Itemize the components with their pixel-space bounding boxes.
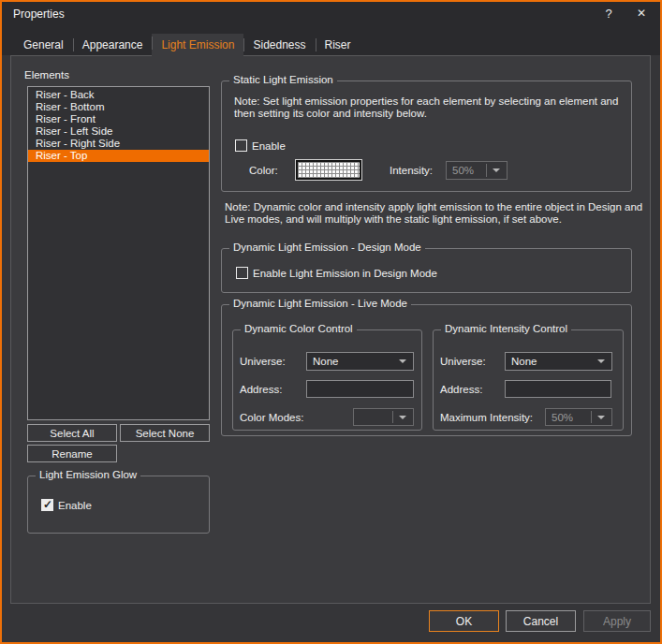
elements-listbox[interactable]: Riser - Back Riser - Bottom Riser - Fron… (27, 86, 210, 420)
list-item[interactable]: Riser - Front (28, 113, 209, 125)
tab-appearance[interactable]: Appearance (73, 36, 153, 55)
design-enable-label: Enable Light Emission in Design Mode (253, 268, 437, 279)
intensity-universe-dropdown[interactable]: None (505, 352, 612, 371)
intensity-dropdown: 50% (446, 161, 508, 180)
color-swatch-button[interactable] (296, 160, 361, 180)
universe-label: Universe: (440, 356, 486, 367)
select-none-button[interactable]: Select None (120, 424, 210, 442)
glow-groupbox: Light Emission Glow Enable (27, 476, 210, 534)
intensity-label: Intensity: (390, 165, 433, 176)
list-item[interactable]: Riser - Bottom (28, 101, 209, 113)
list-item[interactable]: Riser - Right Side (28, 138, 209, 150)
intensity-address-input[interactable] (505, 380, 611, 398)
properties-dialog: Properties ? ✕ General Appearance Light … (0, 0, 662, 644)
color-control-title: Dynamic Color Control (241, 323, 357, 334)
intensity-control-groupbox: Dynamic Intensity Control Universe: None… (433, 329, 624, 431)
static-light-emission-groupbox: Static Light Emission Note: Set light em… (221, 80, 632, 192)
select-all-button[interactable]: Select All (27, 424, 117, 442)
tab-light-emission[interactable]: Light Emission (152, 34, 243, 56)
max-intensity-dropdown: 50% (545, 408, 612, 426)
list-item[interactable]: Riser - Left Side (28, 125, 209, 138)
address-label: Address: (240, 384, 282, 395)
max-intensity-label: Maximum Intensity: (440, 412, 533, 423)
chevron-down-icon (399, 359, 406, 363)
help-icon[interactable]: ? (601, 2, 616, 26)
light-emission-tab-page: Elements Riser - Back Riser - Bottom Ris… (10, 55, 651, 604)
intensity-universe-value: None (511, 353, 537, 370)
titlebar[interactable]: Properties ? ✕ (2, 2, 660, 26)
rename-button[interactable]: Rename (27, 445, 117, 462)
live-group-title: Dynamic Light Emission - Live Mode (229, 298, 411, 309)
universe-label: Universe: (240, 356, 286, 367)
ok-button[interactable]: OK (429, 610, 499, 632)
static-group-title: Static Light Emission (229, 74, 337, 85)
window-title: Properties (13, 2, 65, 26)
chevron-down-icon (399, 416, 406, 419)
static-enable-label: Enable (252, 140, 286, 152)
glow-group-title: Light Emission Glow (36, 469, 140, 480)
color-universe-dropdown[interactable]: None (306, 352, 414, 371)
static-enable-checkbox[interactable] (235, 139, 247, 152)
intensity-value: 50% (452, 162, 474, 179)
address-label: Address: (440, 384, 482, 395)
tab-riser[interactable]: Riser (316, 36, 360, 55)
glow-enable-checkbox[interactable] (41, 499, 53, 511)
apply-button: Apply (583, 610, 651, 632)
tab-sidedness[interactable]: Sidedness (243, 36, 315, 55)
intensity-control-title: Dynamic Intensity Control (441, 323, 571, 334)
elements-label: Elements (24, 69, 69, 80)
tab-general[interactable]: General (14, 36, 73, 55)
list-item[interactable]: Riser - Back (28, 89, 209, 101)
design-enable-checkbox[interactable] (236, 267, 248, 279)
color-modes-label: Color Modes: (240, 412, 303, 423)
color-modes-dropdown (353, 408, 414, 426)
live-mode-groupbox: Dynamic Light Emission - Live Mode Dynam… (221, 304, 632, 436)
color-universe-value: None (313, 353, 339, 370)
color-label: Color: (249, 165, 278, 176)
cancel-button[interactable]: Cancel (506, 610, 576, 632)
close-icon[interactable]: ✕ (634, 2, 649, 26)
static-note: Note: Set light emission properties for … (234, 95, 627, 120)
dynamic-note: Note: Dynamic color and intensity apply … (225, 201, 648, 226)
color-control-groupbox: Dynamic Color Control Universe: None Add… (232, 329, 422, 431)
chevron-down-icon (597, 359, 605, 363)
design-group-title: Dynamic Light Emission - Design Mode (229, 242, 425, 253)
tab-strip: General Appearance Light Emission Sidedn… (2, 26, 660, 55)
color-address-input[interactable] (306, 380, 414, 398)
glow-enable-label: Enable (58, 500, 92, 511)
chevron-down-icon (493, 168, 500, 172)
chevron-down-icon (597, 416, 605, 419)
list-item-selected[interactable]: Riser - Top (28, 150, 209, 162)
design-mode-groupbox: Dynamic Light Emission - Design Mode Ena… (221, 248, 632, 293)
max-intensity-value: 50% (552, 409, 573, 425)
